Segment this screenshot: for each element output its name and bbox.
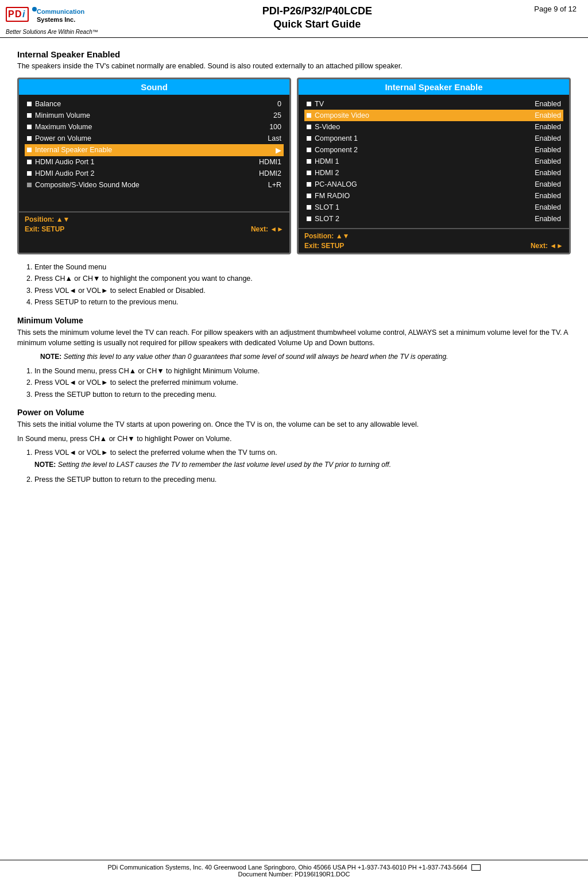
- sound-panel-footer: Position: ▲▼ Exit: SETUP Next: ◄►: [19, 211, 289, 236]
- svg-point-5: [32, 7, 37, 11]
- min-volume-step-1: In the Sound menu, press CH▲ or CH▼ to h…: [34, 366, 571, 377]
- internal-speaker-heading: Internal Speaker Enabled: [17, 49, 571, 59]
- sound-row-min-volume: Minimum Volume 25: [25, 110, 284, 121]
- bullet-icon: [27, 102, 32, 106]
- power-volume-body2: In Sound menu, press CH▲ or CH▼ to highl…: [17, 434, 571, 445]
- bullet-icon: [307, 171, 311, 175]
- bullet-icon: [27, 113, 32, 118]
- power-volume-note-text: NOTE: Setting the level to LAST causes t…: [34, 461, 391, 469]
- isp-row-svideo: S-Video Enabled: [304, 121, 563, 133]
- min-volume-note-label: NOTE:: [40, 353, 61, 361]
- sound-next-label: Next: ◄►: [251, 225, 284, 233]
- tagline: Better Solutions Are Within Reach™: [6, 29, 98, 35]
- isp-row-tv: TV Enabled: [304, 98, 563, 110]
- internal-speaker-panel: Internal Speaker Enable TV Enabled Compo…: [297, 78, 571, 254]
- speaker-step-2: Press CH▲ or CH▼ to highlight the compon…: [34, 274, 571, 284]
- bullet-icon: [307, 159, 311, 164]
- logo-image: P D i Communication Systems Inc.: [6, 5, 98, 26]
- bullet-icon: [27, 160, 32, 164]
- main-content: Internal Speaker Enabled The speakers in…: [0, 38, 588, 504]
- power-volume-heading: Power on Volume: [17, 408, 571, 417]
- email-icon: [471, 864, 481, 871]
- min-volume-body: This sets the minimum volume level the T…: [17, 327, 571, 349]
- bullet-icon: [307, 113, 311, 118]
- sound-panel-title: Sound: [19, 79, 289, 95]
- min-volume-heading: Minimum Volume: [17, 316, 571, 325]
- footer-line2: Document Number: PD196I190R1.DOC: [6, 871, 582, 878]
- svg-text:i: i: [22, 9, 25, 19]
- min-volume-note-text: NOTE: Setting this level to any value ot…: [40, 353, 448, 361]
- svg-text:P: P: [8, 9, 14, 19]
- bullet-icon: [307, 205, 311, 210]
- bullet-icon: [27, 171, 32, 176]
- tv-panels-container: Sound Balance 0 Minimum Volume 25: [17, 78, 571, 254]
- min-volume-step-2: Press VOL◄ or VOL► to select the preferr…: [34, 378, 571, 388]
- isp-row-composite-video: Composite Video Enabled: [304, 110, 563, 121]
- internal-speaker-panel-body: TV Enabled Composite Video Enabled S-Vid…: [299, 95, 569, 228]
- sound-row-composite: Composite/S-Video Sound Mode L+R: [25, 179, 284, 191]
- sound-row-balance: Balance 0: [25, 98, 284, 110]
- speaker-step-1: Enter the Sound menu: [34, 262, 571, 273]
- internal-speaker-intro: The speakers inside the TV's cabinet nor…: [17, 61, 571, 72]
- isp-row-component2: Component 2 Enabled: [304, 144, 563, 156]
- isp-exit-label: Exit: SETUP: [304, 242, 344, 250]
- speaker-steps-list: Enter the Sound menu Press CH▲ or CH▼ to…: [34, 262, 571, 308]
- bullet-icon: [307, 148, 311, 152]
- isp-position-label: Position: ▲▼: [304, 232, 563, 240]
- sound-row-hdmi1: HDMI Audio Port 1 HDMI1: [25, 156, 284, 168]
- isp-row-hdmi1: HDMI 1 Enabled: [304, 156, 563, 167]
- isp-row-component1: Component 1 Enabled: [304, 133, 563, 144]
- speaker-step-4: Press SETUP to return to the previous me…: [34, 297, 571, 308]
- footer-address: PDi Communication Systems, Inc. 40 Green…: [107, 864, 467, 871]
- document-title: PDI-P26/P32/P40LCDE Quick Start Guide: [115, 5, 519, 32]
- doc-title-line2: Quick Start Guide: [115, 18, 519, 31]
- power-volume-note-content: Setting the level to LAST causes the TV …: [58, 461, 391, 469]
- bullet-icon: [307, 182, 311, 187]
- min-volume-note-content: Setting this level to any value other th…: [64, 353, 448, 361]
- power-volume-note: NOTE: Setting the level to LAST causes t…: [34, 460, 571, 470]
- bullet-icon: [307, 217, 311, 221]
- isp-row-fm-radio: FM RADIO Enabled: [304, 190, 563, 202]
- sound-row-hdmi2: HDMI Audio Port 2 HDMI2: [25, 168, 284, 179]
- sound-panel-body: Balance 0 Minimum Volume 25 Maximum Volu…: [19, 95, 289, 211]
- min-volume-note: NOTE: Setting this level to any value ot…: [40, 352, 571, 362]
- isp-next-label: Next: ◄►: [531, 242, 563, 250]
- isp-row-hdmi2: HDMI 2 Enabled: [304, 167, 563, 179]
- doc-title-line1: PDI-P26/P32/P40LCDE: [115, 5, 519, 18]
- isp-row-pcanalog: PC-ANALOG Enabled: [304, 179, 563, 190]
- power-volume-step2: Press the SETUP button to return to the …: [34, 475, 571, 485]
- bullet-icon: [27, 148, 32, 152]
- sound-exit-label: Exit: SETUP: [25, 225, 64, 233]
- sound-panel: Sound Balance 0 Minimum Volume 25: [17, 78, 291, 254]
- min-volume-steps-list: In the Sound menu, press CH▲ or CH▼ to h…: [34, 366, 571, 400]
- power-volume-steps: Press VOL◄ or VOL► to select the preferr…: [34, 448, 571, 485]
- power-volume-step1: Press VOL◄ or VOL► to select the preferr…: [34, 448, 571, 470]
- page-header: P D i Communication Systems Inc. Better …: [0, 0, 588, 38]
- internal-speaker-panel-title: Internal Speaker Enable: [299, 79, 569, 95]
- page-footer: PDi Communication Systems, Inc. 40 Green…: [0, 860, 588, 881]
- footer-line1: PDi Communication Systems, Inc. 40 Green…: [6, 864, 582, 871]
- sound-position-label: Position: ▲▼: [25, 215, 284, 223]
- bullet-icon: [307, 102, 311, 106]
- sound-row-internal-speaker: Internal Speaker Enable ▶: [25, 144, 284, 156]
- min-volume-step-3: Press the SETUP button to return to the …: [34, 390, 571, 400]
- isp-row-slot2: SLOT 2 Enabled: [304, 213, 563, 225]
- bullet-icon: [307, 194, 311, 198]
- isp-panel-footer: Position: ▲▼ Exit: SETUP Next: ◄►: [299, 228, 569, 253]
- bullet-icon: [307, 125, 311, 129]
- page-info: Page 9 of 12: [519, 5, 577, 13]
- bullet-icon: [307, 136, 311, 141]
- bullet-icon: [27, 183, 32, 187]
- company-name: Communication Systems Inc.: [37, 7, 84, 24]
- logo-area: P D i Communication Systems Inc. Better …: [6, 5, 98, 35]
- bullet-icon: [27, 136, 32, 141]
- sound-row-max-volume: Maximum Volume 100: [25, 121, 284, 133]
- power-volume-note-label: NOTE:: [34, 461, 56, 469]
- isp-exit-line: Exit: SETUP Next: ◄►: [304, 242, 563, 250]
- sound-exit-line: Exit: SETUP Next: ◄►: [25, 225, 284, 233]
- sound-row-power-volume: Power on Volume Last: [25, 133, 284, 144]
- pdi-logo-icon: P D i: [6, 5, 37, 26]
- power-volume-body1: This sets the initial volume the TV star…: [17, 419, 571, 430]
- bullet-icon: [27, 125, 32, 129]
- isp-row-slot1: SLOT 1 Enabled: [304, 202, 563, 213]
